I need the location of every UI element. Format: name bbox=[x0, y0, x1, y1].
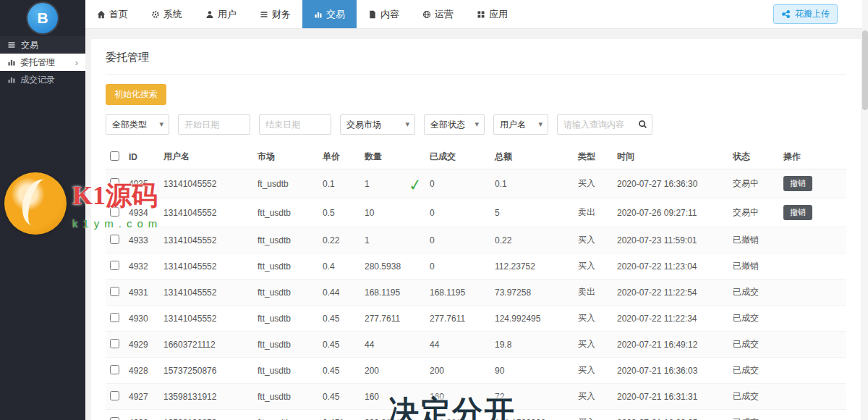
table-row: 493513141045552ft_usdtb0.1100.1买入2020-07… bbox=[106, 169, 846, 198]
type-select[interactable]: 全部类型 bbox=[106, 114, 169, 135]
cell-amount: 10 bbox=[360, 198, 425, 227]
cell-action: 撤销 bbox=[779, 198, 846, 227]
status-select[interactable]: 全部状态 bbox=[424, 114, 485, 135]
cell-amount: 277.7611 bbox=[360, 306, 425, 332]
sidebar-item-1[interactable]: 成交记录 bbox=[0, 71, 85, 88]
row-checkbox[interactable] bbox=[110, 417, 119, 420]
cell-market: ftt_usdtb bbox=[253, 227, 318, 253]
cell-filled: 0 bbox=[425, 253, 490, 280]
scrollbar[interactable] bbox=[862, 0, 868, 420]
cell-time: 2020-07-23 11:59:01 bbox=[613, 227, 728, 253]
type-select-value: 全部类型 bbox=[112, 119, 147, 131]
start-date-input[interactable] bbox=[178, 114, 250, 135]
cell-market: ftt_usdtb bbox=[253, 253, 318, 280]
cell-filled: 160 bbox=[425, 384, 490, 410]
nav-item-label: 用户 bbox=[218, 8, 237, 21]
status-select-value: 全部状态 bbox=[430, 119, 465, 131]
sidebar-menu: 委托管理›成交记录 bbox=[0, 54, 85, 88]
cell-market: ftt_usdtb bbox=[253, 384, 318, 410]
main-content: 委托管理 初始化搜索 全部类型 交易市场 全部状态 用户名 ID用户名市场单价数… bbox=[85, 29, 868, 420]
row-checkbox[interactable] bbox=[110, 339, 119, 348]
nav-item-label: 内容 bbox=[380, 8, 399, 21]
row-check-cell bbox=[106, 410, 124, 420]
nav-item-label: 首页 bbox=[109, 8, 128, 21]
cell-action bbox=[779, 332, 846, 358]
search-box bbox=[557, 114, 652, 135]
nav-item-globe[interactable]: 运营 bbox=[411, 0, 465, 28]
row-check-cell bbox=[106, 169, 124, 198]
upload-button[interactable]: 花瓣上传 bbox=[773, 4, 838, 24]
cancel-order-button[interactable]: 撤销 bbox=[783, 176, 812, 191]
nav-item-user[interactable]: 用户 bbox=[194, 0, 248, 28]
row-checkbox[interactable] bbox=[110, 261, 119, 270]
nav-item-home[interactable]: 首页 bbox=[85, 0, 140, 28]
column-header: 时间 bbox=[613, 145, 728, 169]
cell-action bbox=[779, 410, 846, 420]
cell-id: 4934 bbox=[124, 198, 159, 227]
cell-amount: 239.8226 bbox=[360, 410, 425, 420]
cell-id: 4935 bbox=[124, 169, 159, 198]
cell-amount: 168.1195 bbox=[360, 280, 425, 306]
cell-filled: 44 bbox=[425, 332, 490, 358]
user-icon bbox=[205, 10, 214, 19]
table-row: 493013141045552ftt_usdtb0.45277.7611277.… bbox=[106, 306, 846, 332]
reset-search-button[interactable]: 初始化搜索 bbox=[106, 84, 166, 105]
column-header: 市场 bbox=[253, 145, 318, 169]
row-checkbox[interactable] bbox=[110, 235, 119, 244]
logo[interactable]: B bbox=[0, 0, 85, 36]
select-all-checkbox[interactable] bbox=[110, 151, 119, 161]
cell-market: ftt_usdtb bbox=[253, 198, 318, 227]
sidebar-item-0[interactable]: 委托管理› bbox=[0, 54, 85, 71]
table-header-row: ID用户名市场单价数量已成交总额类型时间状态操作 bbox=[106, 145, 846, 169]
sidebar-section-trade[interactable]: 交易 bbox=[0, 36, 85, 54]
row-checkbox[interactable] bbox=[110, 178, 119, 188]
nav-item-label: 交易 bbox=[326, 8, 345, 21]
row-checkbox[interactable] bbox=[110, 365, 119, 374]
cell-time: 2020-07-22 11:22:54 bbox=[613, 280, 728, 306]
username-select[interactable]: 用户名 bbox=[493, 114, 548, 135]
cell-username: 15737250876 bbox=[159, 358, 253, 384]
search-icon[interactable] bbox=[638, 119, 647, 129]
cell-type: 买入 bbox=[574, 227, 613, 253]
upload-button-label: 花瓣上传 bbox=[795, 8, 830, 20]
column-header: ID bbox=[124, 145, 159, 169]
scrollbar-thumb[interactable] bbox=[862, 30, 868, 110]
table-row: 492613598138850ftt_usdtb0.451239.8226239… bbox=[106, 410, 846, 420]
cell-status: 交易中 bbox=[728, 198, 779, 227]
nav-item-gear[interactable]: 系统 bbox=[140, 0, 194, 28]
nav-item-chart[interactable]: 交易 bbox=[302, 0, 357, 28]
cancel-order-button[interactable]: 撤销 bbox=[783, 205, 812, 220]
cell-id: 4933 bbox=[124, 227, 159, 253]
cell-action bbox=[779, 253, 846, 280]
nav-item-grid[interactable]: 应用 bbox=[465, 0, 519, 28]
cell-total: 72 bbox=[490, 384, 574, 410]
cell-status: 已成交 bbox=[728, 410, 779, 420]
end-date-input[interactable] bbox=[259, 114, 331, 135]
cell-username: 13141045552 bbox=[159, 169, 253, 198]
nav-item-doc[interactable]: 内容 bbox=[357, 0, 411, 28]
sidebar-item-label: 委托管理 bbox=[20, 56, 55, 69]
logo-icon: B bbox=[27, 3, 58, 33]
market-select[interactable]: 交易市场 bbox=[340, 114, 415, 135]
cell-username: 13141045552 bbox=[159, 227, 253, 253]
cell-market: ftt_usdtb bbox=[253, 358, 318, 384]
cell-type: 买入 bbox=[574, 253, 613, 280]
cell-status: 交易中 bbox=[728, 169, 779, 198]
cell-username: 13598131912 bbox=[159, 384, 253, 410]
row-checkbox[interactable] bbox=[110, 287, 119, 296]
cell-type: 买入 bbox=[574, 169, 613, 198]
row-checkbox[interactable] bbox=[110, 313, 119, 322]
app-root: B 交易 委托管理›成交记录 首页系统用户财务交易内容运营应用 花瓣上传 委托管… bbox=[0, 0, 868, 420]
cell-price: 0.44 bbox=[318, 280, 360, 306]
nav-item-list[interactable]: 财务 bbox=[248, 0, 302, 28]
cell-total: 0.22 bbox=[490, 227, 574, 253]
table-body: 493513141045552ft_usdtb0.1100.1买入2020-07… bbox=[106, 169, 846, 420]
cell-price: 0.1 bbox=[318, 169, 360, 198]
row-checkbox[interactable] bbox=[110, 207, 119, 217]
cell-filled: 0 bbox=[425, 169, 490, 198]
table-row: 493413141045552ftt_usdtb0.51005卖出2020-07… bbox=[106, 198, 846, 227]
content-card: 委托管理 初始化搜索 全部类型 交易市场 全部状态 用户名 ID用户名市场单价数… bbox=[91, 39, 861, 420]
share-icon bbox=[781, 9, 791, 19]
cell-status: 已成交 bbox=[728, 384, 779, 410]
row-checkbox[interactable] bbox=[110, 391, 119, 400]
